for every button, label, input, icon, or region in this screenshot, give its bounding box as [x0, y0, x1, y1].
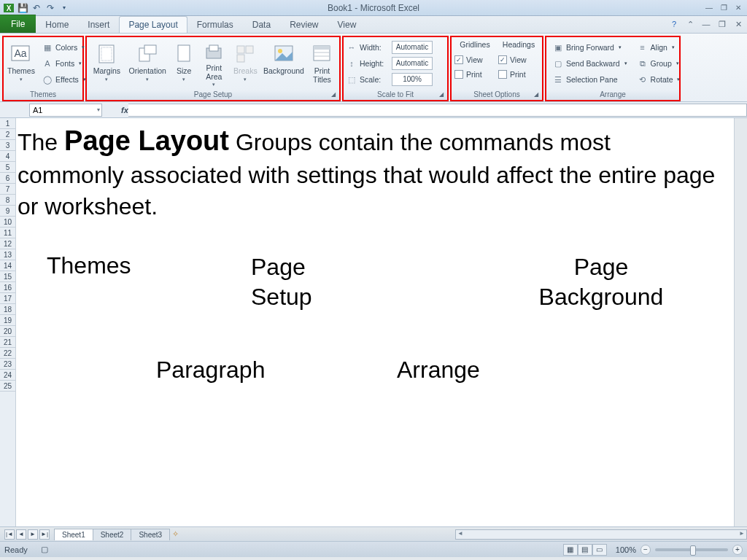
row-header[interactable]: 22: [0, 348, 15, 359]
selection-pane-button[interactable]: ☰Selection Pane: [549, 72, 631, 87]
print-area-button[interactable]: Print Area▾: [200, 39, 228, 87]
row-header[interactable]: 11: [0, 228, 15, 238]
sheet-nav-last[interactable]: ►|: [39, 529, 50, 540]
tab-review[interactable]: Review: [280, 16, 328, 33]
size-button[interactable]: Size▾: [171, 39, 197, 87]
print-titles-button[interactable]: Print Titles: [308, 39, 336, 87]
orientation-button[interactable]: Orientation▾: [127, 39, 169, 87]
sheet-tab-3[interactable]: Sheet3: [131, 529, 170, 540]
minimize-ribbon-icon[interactable]: ⌃: [684, 18, 696, 30]
horizontal-scrollbar[interactable]: [455, 529, 747, 540]
background-button[interactable]: Background: [263, 39, 305, 87]
sheet-options-launcher[interactable]: ◢: [533, 90, 540, 98]
view-buttons: ▦ ▤ ▭: [563, 544, 607, 556]
tab-data[interactable]: Data: [243, 16, 280, 33]
row-header[interactable]: 4: [0, 151, 15, 162]
headings-view-check[interactable]: ✓View: [498, 53, 539, 66]
fonts-button[interactable]: AFonts▾: [39, 56, 90, 71]
width-row: ↔Width:Automatic: [347, 40, 444, 55]
themes-button[interactable]: Aa Themes ▾: [7, 39, 36, 87]
breaks-button[interactable]: Breaks▾: [231, 39, 260, 87]
row-header[interactable]: 25: [0, 381, 15, 392]
save-icon[interactable]: 💾: [17, 2, 28, 14]
group-button[interactable]: ⧉Group▾: [634, 56, 684, 71]
vertical-scrollbar[interactable]: [734, 118, 747, 526]
row-header[interactable]: 7: [0, 184, 15, 195]
row-header[interactable]: 24: [0, 370, 15, 381]
minimize-button[interactable]: —: [703, 3, 715, 13]
new-sheet-button[interactable]: ✧: [172, 529, 187, 540]
row-header[interactable]: 17: [0, 293, 15, 304]
width-input[interactable]: Automatic: [392, 41, 433, 54]
row-header[interactable]: 21: [0, 337, 15, 348]
page-setup-launcher[interactable]: ◢: [330, 90, 337, 98]
colors-icon: ▦: [42, 42, 53, 52]
row-header[interactable]: 16: [0, 282, 15, 293]
row-header[interactable]: 12: [0, 238, 15, 249]
tab-formulas[interactable]: Formulas: [187, 16, 243, 33]
gridlines-print-check[interactable]: Print: [454, 68, 495, 81]
macro-record-icon[interactable]: ▢: [41, 545, 48, 554]
zoom-in-button[interactable]: +: [732, 545, 743, 555]
row-header[interactable]: 23: [0, 359, 15, 370]
height-input[interactable]: Automatic: [392, 57, 433, 70]
close-button[interactable]: ✕: [732, 3, 744, 13]
bring-forward-button[interactable]: ▣Bring Forward▾: [549, 40, 631, 55]
send-backward-button[interactable]: ▢Send Backward▾: [549, 56, 631, 71]
row-header[interactable]: 6: [0, 173, 15, 184]
help-icon[interactable]: ?: [668, 18, 680, 30]
rotate-button[interactable]: ⟲Rotate▾: [634, 72, 684, 87]
align-button[interactable]: ≡Align▾: [634, 40, 684, 55]
restore-button[interactable]: ❐: [718, 3, 729, 13]
sheet-tab-2[interactable]: Sheet2: [93, 529, 132, 540]
zoom-value[interactable]: 100%: [616, 545, 636, 554]
row-header[interactable]: 1: [0, 118, 15, 129]
row-header[interactable]: 14: [0, 260, 15, 271]
view-page-layout[interactable]: ▤: [578, 544, 592, 556]
height-label: Height:: [360, 59, 389, 68]
doc-close-icon[interactable]: ✕: [732, 18, 744, 30]
row-header[interactable]: 8: [0, 195, 15, 206]
scale-launcher[interactable]: ◢: [438, 90, 445, 98]
row-header[interactable]: 9: [0, 206, 15, 217]
fx-icon[interactable]: fx: [121, 106, 128, 114]
row-header[interactable]: 18: [0, 304, 15, 315]
effects-button[interactable]: ◯Effects▾: [39, 72, 90, 87]
sheet-nav-first[interactable]: |◄: [4, 529, 15, 540]
zoom-slider[interactable]: [655, 548, 728, 551]
row-header[interactable]: 3: [0, 140, 15, 151]
row-header[interactable]: 19: [0, 315, 15, 326]
zoom-out-button[interactable]: −: [640, 545, 651, 555]
headings-print-check[interactable]: Print: [498, 68, 539, 81]
sheet-nav-next[interactable]: ►: [28, 529, 38, 540]
row-header[interactable]: 5: [0, 162, 15, 173]
group-icon: ⧉: [638, 58, 648, 69]
colors-button[interactable]: ▦Colors▾: [39, 40, 90, 55]
excel-icon: X: [3, 2, 15, 14]
sheet-nav-prev[interactable]: ◄: [16, 529, 26, 540]
tab-insert[interactable]: Insert: [78, 16, 119, 33]
row-header[interactable]: 10: [0, 217, 15, 228]
margins-button[interactable]: Margins▾: [90, 39, 124, 87]
view-normal[interactable]: ▦: [563, 544, 578, 556]
redo-icon[interactable]: ↷: [44, 2, 56, 14]
row-header[interactable]: 13: [0, 249, 15, 260]
tab-home[interactable]: Home: [36, 16, 78, 33]
doc-restore-icon[interactable]: ❐: [716, 18, 728, 30]
row-header[interactable]: 15: [0, 271, 15, 282]
undo-icon[interactable]: ↶: [31, 2, 42, 14]
scale-input[interactable]: 100%: [392, 73, 433, 86]
tab-file[interactable]: File: [0, 15, 36, 33]
doc-minimize-icon[interactable]: —: [700, 18, 712, 30]
sheet-tab-1[interactable]: Sheet1: [54, 529, 93, 540]
row-header[interactable]: 20: [0, 326, 15, 337]
name-box[interactable]: A1: [29, 104, 102, 117]
formula-input[interactable]: [128, 104, 747, 117]
qat-customize-icon[interactable]: ▾: [58, 2, 70, 14]
tab-page-layout[interactable]: Page Layout: [119, 16, 187, 33]
scale-row: ⬚Scale:100%: [347, 72, 444, 87]
tab-view[interactable]: View: [328, 16, 366, 33]
row-header[interactable]: 2: [0, 129, 15, 140]
gridlines-view-check[interactable]: ✓View: [454, 53, 495, 66]
view-page-break[interactable]: ▭: [592, 544, 607, 556]
